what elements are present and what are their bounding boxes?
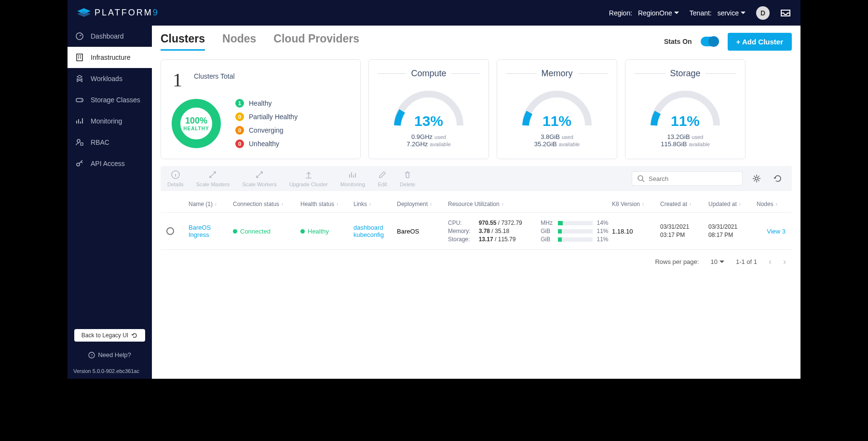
chart-icon — [75, 117, 84, 125]
prev-page[interactable]: ‹ — [769, 257, 772, 267]
tool-upgrade[interactable]: Upgrade Cluster — [289, 170, 328, 187]
health-status: Healthy — [300, 228, 353, 235]
svg-point-10 — [77, 139, 80, 142]
tool-delete[interactable]: Delete — [400, 170, 415, 187]
logo[interactable]: PLATFORM9 — [77, 8, 159, 18]
th-created[interactable]: Created at↑ — [660, 201, 708, 207]
topbar: PLATFORM9 Region: RegionOne Tenant: serv… — [68, 0, 800, 26]
th-updated[interactable]: Updated at↑ — [708, 201, 757, 207]
created-at: 03/31/202103:17 PM — [660, 223, 708, 239]
th-k8version[interactable]: K8 Version↑ — [612, 201, 660, 207]
tab-clusters[interactable]: Clusters — [161, 32, 205, 51]
sidebar-item-api[interactable]: API Access — [68, 153, 152, 174]
search-input[interactable] — [649, 175, 737, 182]
sidebar-item-dashboard[interactable]: Dashboard — [68, 26, 152, 47]
pagination: Rows per page: 10 1-1 of 1 ‹ › — [161, 250, 792, 274]
compute-card: Compute 13% 0.9GHzused7.2GHzavailable — [368, 59, 489, 159]
table-row: BareOSIngress Connected Healthy dashboar… — [161, 213, 792, 250]
tenant-selector[interactable]: Tenant: service — [690, 9, 746, 17]
sidebar: Dashboard Infrastructure Workloads Stora… — [68, 26, 152, 379]
clusters-count: 1 — [170, 69, 182, 91]
th-links[interactable]: Links↑ — [353, 201, 397, 207]
add-cluster-button[interactable]: + Add Cluster — [728, 33, 792, 51]
tab-nodes[interactable]: Nodes — [222, 32, 256, 51]
gear-icon — [752, 174, 761, 183]
clusters-count-label: Clusters Total — [194, 72, 235, 80]
chevron-down-icon — [741, 12, 746, 14]
page-range: 1-1 of 1 — [736, 258, 757, 265]
stats-label: Stats On — [664, 38, 692, 45]
svg-point-18 — [755, 177, 758, 180]
next-page[interactable]: › — [783, 257, 786, 267]
sidebar-item-label: Monitoring — [91, 117, 122, 125]
user-lock-icon — [75, 138, 84, 147]
help-link[interactable]: ? Need Help? — [68, 346, 152, 363]
health-legend: 1Healthy 0Partially Healthy 0Converging … — [235, 99, 298, 148]
sidebar-item-label: API Access — [91, 160, 125, 167]
boxes-icon — [75, 74, 84, 83]
dashboard-link[interactable]: dashboard — [353, 224, 397, 231]
trash-icon — [403, 170, 412, 179]
inbox-icon[interactable] — [780, 9, 791, 17]
updated-at: 03/31/202108:17 PM — [708, 223, 757, 239]
tool-edit[interactable]: Edit — [378, 170, 387, 187]
edit-icon — [378, 170, 387, 179]
svg-point-17 — [638, 176, 643, 180]
refresh-icon — [773, 174, 783, 183]
svg-marker-1 — [77, 11, 91, 17]
connection-status: Connected — [233, 228, 300, 235]
tool-scale-workers[interactable]: Scale Workers — [242, 170, 276, 187]
sidebar-item-monitoring[interactable]: Monitoring — [68, 110, 152, 132]
avatar[interactable]: D — [756, 6, 770, 20]
search-box[interactable] — [632, 171, 743, 186]
question-icon: ? — [88, 352, 95, 358]
tool-details[interactable]: Details — [167, 170, 184, 187]
region-selector[interactable]: Region: RegionOne — [609, 9, 679, 17]
sidebar-item-label: Workloads — [91, 75, 122, 83]
chevron-down-icon — [719, 261, 724, 263]
svg-point-9 — [81, 100, 82, 101]
tab-cloud-providers[interactable]: Cloud Providers — [273, 32, 359, 51]
sidebar-item-label: Dashboard — [91, 32, 124, 40]
view-nodes-link[interactable]: View 3 — [767, 228, 786, 235]
th-name[interactable]: Name (1)↑ — [189, 201, 233, 207]
th-deployment[interactable]: Deployment↑ — [397, 201, 448, 207]
rows-per-page-select[interactable]: 10 — [710, 258, 724, 265]
health-donut: 100%HEALTHY — [170, 97, 223, 150]
expand-icon — [255, 170, 264, 179]
th-nodes[interactable]: Nodes↑ — [757, 201, 786, 207]
settings-button[interactable] — [749, 171, 764, 186]
legacy-ui-button[interactable]: Back to Legacy UI — [74, 329, 145, 342]
clusters-summary-card: 1 Clusters Total 100%HEALTHY 1Healthy 0P… — [161, 59, 361, 159]
tool-scale-masters[interactable]: Scale Masters — [196, 170, 230, 187]
building-icon — [75, 53, 84, 62]
upload-icon — [304, 170, 313, 179]
row-radio[interactable] — [166, 227, 174, 235]
rows-per-page-label: Rows per page: — [655, 258, 699, 265]
svg-rect-11 — [81, 143, 83, 145]
stats-toggle[interactable] — [701, 37, 719, 46]
deployment-value: BareOS — [397, 228, 448, 235]
svg-rect-5 — [80, 55, 81, 56]
badge-partial: 0 — [235, 112, 244, 121]
th-health[interactable]: Health status↑ — [300, 201, 353, 207]
info-icon — [171, 170, 180, 179]
chart-icon — [348, 170, 357, 179]
th-utilization[interactable]: Resource Utilization↑ — [448, 201, 612, 207]
table-toolbar: Details Scale Masters Scale Workers Upgr… — [161, 166, 792, 191]
th-connection[interactable]: Connection status↑ — [233, 201, 300, 207]
version-label: Version 5.0.0-902.ebc361ac — [68, 363, 152, 379]
sidebar-item-infrastructure[interactable]: Infrastructure — [68, 47, 152, 68]
drive-icon — [75, 96, 84, 104]
tool-monitoring[interactable]: Monitoring — [340, 170, 365, 187]
cluster-name-link[interactable]: BareOSIngress — [189, 224, 233, 238]
sidebar-item-rbac[interactable]: RBAC — [68, 132, 152, 153]
sidebar-item-workloads[interactable]: Workloads — [68, 68, 152, 89]
kubeconfig-link[interactable]: kubeconfig — [353, 231, 397, 238]
utilization-block: CPU:970.55 / 7372.79MHz14% Memory:3.78 /… — [448, 220, 612, 243]
svg-text:?: ? — [91, 353, 93, 358]
refresh-button[interactable] — [771, 171, 785, 186]
main-content: Clusters Nodes Cloud Providers Stats On … — [152, 26, 800, 379]
sidebar-item-storage[interactable]: Storage Classes — [68, 89, 152, 110]
badge-converging: 0 — [235, 126, 244, 135]
